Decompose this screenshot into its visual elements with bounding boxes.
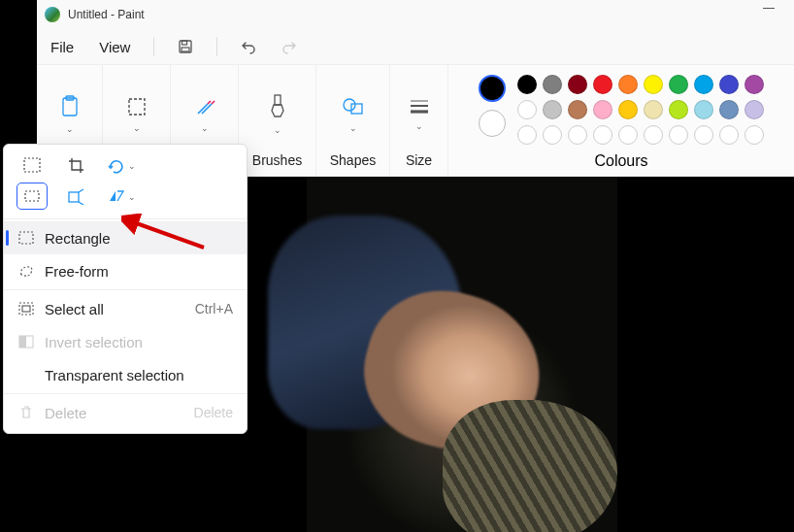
svg-rect-13 bbox=[25, 191, 39, 201]
menu-select-all-shortcut: Ctrl+A bbox=[195, 301, 233, 316]
colour-swatch[interactable] bbox=[618, 100, 638, 119]
colour-swatch[interactable] bbox=[568, 75, 587, 94]
chevron-down-icon: ⌄ bbox=[201, 123, 209, 133]
colour-swatch[interactable] bbox=[568, 100, 587, 119]
secondary-colour[interactable] bbox=[479, 110, 506, 137]
colour-swatch[interactable] bbox=[517, 125, 537, 145]
rect-select-small[interactable] bbox=[17, 183, 47, 209]
chevron-down-icon: ⌄ bbox=[133, 123, 141, 133]
canvas-image bbox=[307, 177, 617, 532]
colour-swatch[interactable] bbox=[744, 125, 764, 145]
colour-swatch[interactable] bbox=[543, 100, 562, 119]
colour-swatch[interactable] bbox=[669, 100, 688, 119]
select-icon bbox=[126, 96, 148, 117]
colour-swatch[interactable] bbox=[719, 100, 739, 119]
flip-tool[interactable]: ⌄ bbox=[107, 183, 136, 209]
primary-colour[interactable] bbox=[479, 75, 506, 102]
shapes-icon bbox=[342, 96, 365, 117]
colour-swatch[interactable] bbox=[694, 100, 713, 119]
menu-delete-label: Delete bbox=[45, 405, 86, 421]
view-menu[interactable]: View bbox=[95, 35, 134, 59]
file-menu[interactable]: File bbox=[47, 35, 78, 59]
select-all-icon bbox=[17, 300, 35, 317]
ribbon-shapes-label: Shapes bbox=[330, 152, 376, 168]
colour-swatch[interactable] bbox=[644, 125, 663, 145]
undo-icon[interactable] bbox=[237, 35, 260, 58]
tools-icon bbox=[194, 96, 215, 117]
rectangle-select-icon bbox=[17, 229, 35, 247]
colour-swatch[interactable] bbox=[618, 75, 638, 94]
colour-swatch[interactable] bbox=[644, 75, 663, 94]
menu-freeform[interactable]: Free-form bbox=[4, 254, 247, 287]
colour-swatch[interactable] bbox=[744, 75, 764, 94]
colour-swatch[interactable] bbox=[543, 75, 562, 94]
ribbon-size[interactable]: ⌄ Size bbox=[390, 65, 448, 176]
ribbon-colours-label: Colours bbox=[594, 152, 647, 170]
menu-transparent-label: Transparent selection bbox=[45, 367, 184, 383]
brush-icon bbox=[268, 94, 287, 119]
rect-select-tool[interactable] bbox=[17, 152, 47, 178]
colour-swatch[interactable] bbox=[517, 75, 537, 94]
selection-dropdown: ⌄ ⌄ Rectangle Free-form Select all Ctrl+… bbox=[3, 144, 248, 434]
svg-rect-15 bbox=[19, 232, 33, 244]
colour-swatch[interactable] bbox=[568, 125, 587, 145]
menu-rectangle[interactable]: Rectangle bbox=[4, 221, 247, 254]
window-title: Untitled - Paint bbox=[68, 8, 145, 21]
colour-swatch[interactable] bbox=[593, 100, 612, 119]
colour-swatch[interactable] bbox=[694, 75, 713, 94]
colour-swatch[interactable] bbox=[719, 125, 739, 145]
menu-delete-shortcut: Delete bbox=[194, 405, 233, 420]
ribbon-colours: Colours bbox=[448, 65, 794, 176]
size-icon bbox=[409, 98, 430, 116]
colour-swatch[interactable] bbox=[593, 125, 612, 145]
dropdown-tool-row-2: ⌄ bbox=[4, 182, 247, 216]
menu-transparent[interactable]: Transparent selection bbox=[4, 358, 247, 391]
redo-icon[interactable] bbox=[278, 35, 301, 58]
photo-cat bbox=[443, 400, 617, 532]
dropdown-divider bbox=[4, 393, 247, 394]
colour-swatch[interactable] bbox=[517, 100, 537, 119]
dropdown-divider bbox=[4, 289, 247, 290]
app-icon bbox=[45, 7, 60, 22]
colour-swatch[interactable] bbox=[744, 100, 764, 119]
menu-select-all[interactable]: Select all Ctrl+A bbox=[4, 292, 247, 325]
crop-tool[interactable] bbox=[62, 152, 91, 178]
menu-delete: Delete Delete bbox=[4, 396, 247, 429]
ribbon-brushes[interactable]: ⌄ Brushes bbox=[239, 65, 316, 176]
dropdown-divider bbox=[4, 218, 247, 219]
colour-swatch[interactable] bbox=[669, 75, 688, 94]
chevron-down-icon: ⌄ bbox=[128, 192, 136, 202]
chevron-down-icon: ⌄ bbox=[274, 125, 281, 135]
svg-rect-5 bbox=[129, 99, 145, 115]
colour-swatch[interactable] bbox=[618, 125, 638, 145]
resize-tool[interactable] bbox=[62, 183, 91, 209]
invert-icon bbox=[17, 333, 35, 350]
colour-swatch[interactable] bbox=[719, 75, 739, 94]
svg-rect-14 bbox=[69, 192, 79, 202]
colour-swatch[interactable] bbox=[593, 75, 612, 94]
rotate-tool[interactable]: ⌄ bbox=[107, 152, 136, 178]
minimize-button[interactable] bbox=[763, 8, 775, 9]
dropdown-tool-row-1: ⌄ bbox=[4, 145, 247, 182]
colour-swatch[interactable] bbox=[694, 125, 713, 145]
menu-select-all-label: Select all bbox=[45, 301, 104, 317]
menu-invert: Invert selection bbox=[4, 325, 247, 358]
colour-swatch[interactable] bbox=[644, 100, 663, 119]
ribbon-shapes[interactable]: ⌄ Shapes bbox=[316, 65, 390, 176]
colour-swatch[interactable] bbox=[543, 125, 562, 145]
chevron-down-icon: ⌄ bbox=[128, 161, 136, 171]
menu-freeform-label: Free-form bbox=[45, 263, 109, 280]
colour-swatch[interactable] bbox=[669, 125, 688, 145]
current-colours bbox=[479, 75, 506, 137]
save-icon[interactable] bbox=[174, 35, 197, 58]
svg-rect-12 bbox=[24, 158, 40, 172]
titlebar: Untitled - Paint bbox=[37, 0, 794, 29]
svg-rect-3 bbox=[63, 98, 77, 116]
chevron-down-icon: ⌄ bbox=[415, 121, 423, 131]
ribbon-size-label: Size bbox=[406, 152, 432, 168]
colour-palette bbox=[517, 75, 764, 145]
menu-rectangle-label: Rectangle bbox=[45, 230, 111, 247]
trash-icon bbox=[17, 404, 35, 421]
menubar-divider-2 bbox=[216, 37, 217, 56]
svg-rect-1 bbox=[182, 41, 187, 45]
